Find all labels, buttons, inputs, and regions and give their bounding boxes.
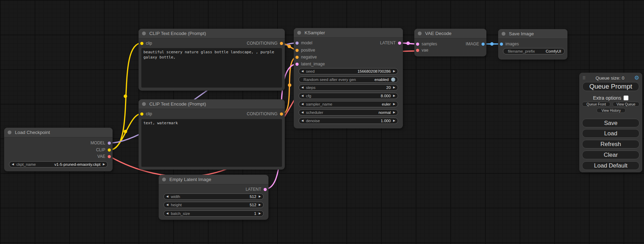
collapse-dot-icon[interactable] <box>418 31 422 35</box>
output-slot-latent[interactable]: LATENT <box>246 186 267 192</box>
slot-dot-model[interactable] <box>108 142 111 145</box>
input-slot-images[interactable]: images <box>500 41 519 47</box>
input-slot-latent-image[interactable]: latent_image <box>295 61 325 67</box>
slot-dot-conditioning[interactable] <box>280 42 283 45</box>
extra-options-checkbox[interactable] <box>624 96 628 100</box>
node-title-bar[interactable]: CLIP Text Encode (Prompt) <box>139 29 285 38</box>
decrement-arrow-icon[interactable]: ◀ <box>166 195 168 198</box>
slot-dot-latent[interactable] <box>416 43 419 46</box>
gear-icon[interactable]: ⚙ <box>634 75 639 81</box>
widget-sampler-name[interactable]: ◀ sampler_name euler ▶ <box>299 101 398 107</box>
clear-button[interactable]: Clear <box>582 151 639 159</box>
increment-arrow-icon[interactable]: ▶ <box>393 103 395 106</box>
toggle-dot-icon[interactable] <box>391 78 395 82</box>
increment-arrow-icon[interactable]: ▶ <box>259 212 261 215</box>
node-title-bar[interactable]: CLIP Text Encode (Prompt) <box>139 99 285 109</box>
collapse-dot-icon[interactable] <box>142 31 146 35</box>
decrement-arrow-icon[interactable]: ◀ <box>301 111 303 114</box>
output-slot-conditioning[interactable]: CONDITIONING <box>247 40 283 46</box>
prompt-textarea-positive[interactable]: beautiful scenery nature glass bottle la… <box>141 48 282 88</box>
drag-handle-icon[interactable]: ⠿ <box>582 76 586 80</box>
slot-dot-model[interactable] <box>295 42 299 45</box>
slot-dot-image[interactable] <box>500 43 503 46</box>
input-slot-clip[interactable]: clip <box>140 111 152 117</box>
slot-dot-conditioning[interactable] <box>295 56 299 59</box>
increment-arrow-icon[interactable]: ▶ <box>259 195 261 198</box>
node-title-bar[interactable]: Save Image <box>498 29 567 39</box>
increment-arrow-icon[interactable]: ▶ <box>393 94 395 97</box>
node-save-image[interactable]: Save Image images filename_prefix ComfyU… <box>498 29 567 60</box>
output-slot-model[interactable]: MODEL <box>90 140 111 146</box>
slot-dot-conditioning[interactable] <box>280 112 283 116</box>
queue-prompt-button[interactable]: Queue Prompt <box>582 82 639 91</box>
input-slot-clip[interactable]: clip <box>140 40 152 46</box>
output-slot-conditioning[interactable]: CONDITIONING <box>247 111 283 117</box>
widget-cfg[interactable]: ◀ cfg 8.000 ▶ <box>299 93 398 99</box>
queue-front-button[interactable]: Queue Front <box>582 102 610 107</box>
widget-height[interactable]: ◀ height 512 ▶ <box>164 202 264 208</box>
output-slot-vae[interactable]: VAE <box>97 153 111 160</box>
input-slot-vae[interactable]: vae <box>416 47 428 53</box>
increment-arrow-icon[interactable]: ▶ <box>259 204 261 206</box>
widget-random-seed-toggle[interactable]: Random seed after every gen enabled <box>299 76 398 83</box>
slot-dot-conditioning[interactable] <box>295 49 299 52</box>
widget-width[interactable]: ◀ width 512 ▶ <box>164 193 264 200</box>
node-clip-text-encode-negative[interactable]: CLIP Text Encode (Prompt) clip CONDITION… <box>139 99 285 170</box>
slot-dot-clip[interactable] <box>140 112 143 116</box>
widget-filename-prefix[interactable]: filename_prefix ComfyUI <box>503 48 565 54</box>
widget-batch-size[interactable]: ◀ batch_size 1 ▶ <box>164 210 264 217</box>
prompt-textarea-negative[interactable]: text, watermark <box>141 119 282 167</box>
refresh-button[interactable]: Refresh <box>582 140 639 148</box>
decrement-arrow-icon[interactable]: ◀ <box>301 94 303 97</box>
decrement-arrow-icon[interactable]: ◀ <box>301 86 303 89</box>
decrement-arrow-icon[interactable]: ◀ <box>166 212 168 215</box>
slot-dot-image[interactable] <box>482 43 485 46</box>
slot-dot-vae[interactable] <box>108 155 111 158</box>
widget-denoise[interactable]: ◀ denoise 1.000 ▶ <box>299 118 398 124</box>
increment-arrow-icon[interactable]: ▶ <box>393 86 395 89</box>
slot-dot-latent[interactable] <box>398 42 401 45</box>
node-clip-text-encode-positive[interactable]: CLIP Text Encode (Prompt) clip CONDITION… <box>139 29 285 91</box>
node-title-bar[interactable]: Empty Latent Image <box>159 175 268 184</box>
increment-arrow-icon[interactable]: ▶ <box>103 163 105 166</box>
input-slot-negative[interactable]: negative <box>295 54 317 60</box>
decrement-arrow-icon[interactable]: ◀ <box>301 119 303 122</box>
widget-scheduler[interactable]: ◀ scheduler normal ▶ <box>299 109 398 116</box>
increment-arrow-icon[interactable]: ▶ <box>393 70 395 73</box>
node-graph-canvas[interactable]: Load Checkpoint MODEL CLIP VAE ◀ ckpt_na… <box>0 0 644 244</box>
slot-dot-latent[interactable] <box>264 188 267 191</box>
widget-ckpt-name[interactable]: ◀ ckpt_name v1-5-pruned-emaonly.ckpt ▶ <box>9 161 108 168</box>
decrement-arrow-icon[interactable]: ◀ <box>12 163 14 166</box>
view-queue-button[interactable]: View Queue <box>612 102 639 107</box>
slot-dot-clip[interactable] <box>108 148 111 152</box>
collapse-dot-icon[interactable] <box>502 32 505 36</box>
input-slot-positive[interactable]: positive <box>295 47 315 53</box>
widget-seed[interactable]: ◀ seed 156680208700286 ▶ <box>299 68 398 74</box>
widget-steps[interactable]: ◀ steps 20 ▶ <box>299 84 398 91</box>
node-load-checkpoint[interactable]: Load Checkpoint MODEL CLIP VAE ◀ ckpt_na… <box>4 128 113 171</box>
collapse-dot-icon[interactable] <box>162 178 166 181</box>
output-slot-image[interactable]: IMAGE <box>466 41 485 47</box>
save-button[interactable]: Save <box>582 119 639 127</box>
node-vae-decode[interactable]: VAE Decode samples vae IMAGE <box>414 29 486 56</box>
node-title-bar[interactable]: VAE Decode <box>414 29 486 38</box>
decrement-arrow-icon[interactable]: ◀ <box>301 70 303 73</box>
input-slot-model[interactable]: model <box>295 40 312 46</box>
node-title-bar[interactable]: KSampler <box>294 28 403 38</box>
input-slot-samples[interactable]: samples <box>416 41 437 47</box>
increment-arrow-icon[interactable]: ▶ <box>393 119 395 122</box>
node-empty-latent-image[interactable]: Empty Latent Image LATENT ◀ width 512 ▶ … <box>159 175 268 220</box>
collapse-dot-icon[interactable] <box>297 31 301 35</box>
output-slot-clip[interactable]: CLIP <box>96 147 111 153</box>
view-history-button[interactable]: View History <box>597 108 626 113</box>
load-button[interactable]: Load <box>582 129 639 138</box>
collapse-dot-icon[interactable] <box>8 130 11 134</box>
collapse-dot-icon[interactable] <box>142 102 146 106</box>
slot-dot-clip[interactable] <box>140 42 143 45</box>
slot-dot-latent[interactable] <box>295 63 299 66</box>
slot-dot-vae[interactable] <box>416 49 419 52</box>
increment-arrow-icon[interactable]: ▶ <box>393 111 395 114</box>
output-slot-latent[interactable]: LATENT <box>380 40 401 46</box>
load-default-button[interactable]: Load Default <box>582 161 639 170</box>
node-title-bar[interactable]: Load Checkpoint <box>4 128 113 137</box>
